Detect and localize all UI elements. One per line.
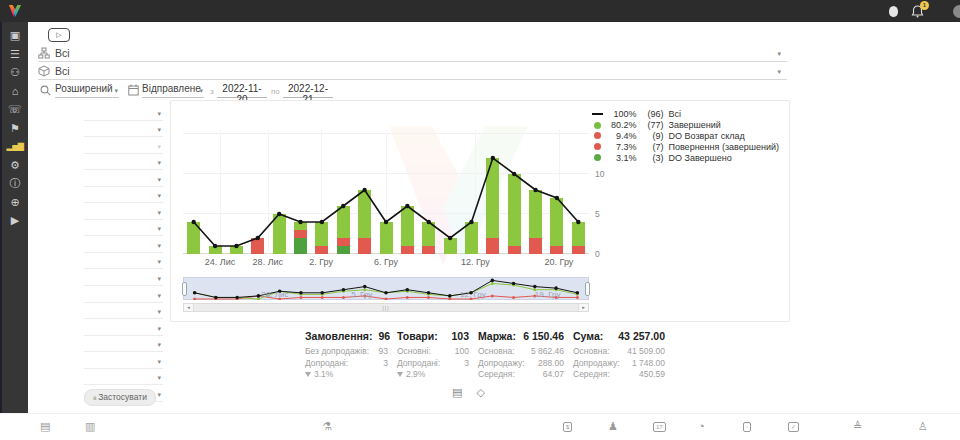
- x-axis-label: 12. Гру: [461, 257, 490, 267]
- ttn-list-icon[interactable]: ▤: [40, 420, 50, 433]
- filter-select-6[interactable]: ▾: [84, 187, 163, 204]
- filter-select-7[interactable]: ▾: [84, 203, 163, 220]
- y-axis-tick: 5: [595, 209, 600, 219]
- chevron-down-icon: ▾: [157, 110, 161, 118]
- filter-select-9[interactable]: ▾: [84, 236, 163, 253]
- filter-product-select[interactable]: Всі ▾: [38, 64, 787, 80]
- navigator-handle-left[interactable]: [182, 282, 187, 296]
- chart-navigator[interactable]: 28. Лис5. Гру12. Гру19. Гру: [183, 277, 589, 300]
- filter-select-12[interactable]: ▾: [84, 286, 163, 303]
- chevron-down-icon: ▾: [157, 192, 161, 200]
- id-list-icon[interactable]: ▥: [85, 420, 95, 433]
- walking-person-icon[interactable]: ♙: [918, 420, 928, 433]
- package-view-icon[interactable]: ◇: [476, 386, 484, 399]
- chevron-down-icon: ▾: [157, 341, 161, 349]
- legend-label: Повернення (завершений): [668, 142, 779, 152]
- profile-menu-icon[interactable]: [953, 5, 960, 18]
- chevron-down-icon: ▾: [199, 87, 203, 95]
- funnel-icon: [397, 372, 403, 377]
- filter-select-16[interactable]: ▾: [84, 352, 163, 369]
- search-mode-value: Розширений: [55, 83, 113, 94]
- info-icon[interactable]: ⓘ: [7, 177, 24, 190]
- navigator-label: 5. Гру: [351, 290, 372, 299]
- orders-list-icon[interactable]: ☰: [7, 48, 24, 61]
- filter-select-15[interactable]: ▾: [84, 336, 163, 353]
- filter-select-5[interactable]: ▾: [84, 170, 163, 187]
- navigator-handle-right[interactable]: [585, 282, 590, 296]
- filter-select-8[interactable]: ▾: [84, 220, 163, 237]
- flask-icon[interactable]: ⚗: [322, 420, 332, 433]
- settings-sliders-icon[interactable]: ⚙: [7, 159, 24, 172]
- y-axis-tick: 0: [595, 249, 600, 259]
- scroll-left-button[interactable]: ◂: [184, 304, 194, 311]
- legend-item[interactable]: 80.2%(77)Завершений: [590, 120, 779, 131]
- stat-column: Замовлення:96Без допродажів:93Допродані:…: [305, 330, 388, 381]
- legend-pct: 100%: [605, 109, 636, 119]
- scroll-right-button[interactable]: ▸: [578, 304, 588, 311]
- filter-select-4[interactable]: ▾: [84, 154, 163, 171]
- filter-select-17[interactable]: ▾: [84, 369, 163, 386]
- org-structure-icon: [38, 47, 50, 59]
- filter-select-3[interactable]: ▾: [84, 137, 163, 154]
- upsell-percent-row: 3.1%: [305, 369, 388, 381]
- calendar-check-icon[interactable]: ✓: [788, 422, 799, 432]
- gift-person-icon[interactable]: ♟: [608, 420, 618, 433]
- legend-label: DO Завершено: [668, 153, 731, 163]
- date-to-input[interactable]: 2022-12-21: [283, 83, 333, 98]
- legend-pct: 9.4%: [605, 131, 636, 141]
- x-axis-label: 2. Гру: [309, 257, 333, 267]
- app-window: 1 ▣☰⚇⌂☏⚑▂▅▇⚙ⓘ⊕▶ ▷ Всі ▾ Всі ▾ Розширений…: [0, 0, 960, 440]
- filter-select-1[interactable]: ▾: [84, 104, 163, 121]
- video-help-button[interactable]: ▷: [48, 28, 70, 42]
- legend-dot-swatch: [590, 122, 605, 129]
- chart-plot: 24. Лис28. Лис2. Гру6. Гру12. Гру20. Гру: [183, 130, 589, 254]
- filter-select-10[interactable]: ▾: [84, 253, 163, 270]
- calendar-date-icon[interactable]: 17: [653, 422, 666, 432]
- call-center-icon[interactable]: ☏: [7, 103, 24, 116]
- chart-filter-icon[interactable]: ≜: [853, 420, 862, 433]
- integrations-icon[interactable]: ⊕: [7, 196, 24, 209]
- stopwatch-icon[interactable]: ◔: [698, 420, 705, 432]
- legend-item[interactable]: 100%(96)Всі: [590, 109, 779, 120]
- apply-button[interactable]: ılıЗастосувати: [84, 389, 156, 406]
- search-mode-select[interactable]: Розширений ▾: [55, 83, 119, 98]
- video-tutorials-icon[interactable]: ▶: [7, 214, 24, 227]
- stat-column: Сума:43 257.00Основна:41 509.00Допродажу…: [573, 330, 665, 381]
- chevron-down-icon: ▾: [114, 87, 118, 95]
- mini-chart-icon: ılı: [93, 395, 96, 401]
- funnel-icon: [305, 372, 311, 377]
- navigator-series: [184, 278, 588, 300]
- legend-dot-swatch: [590, 143, 605, 150]
- money-icon[interactable]: $: [563, 422, 572, 432]
- warehouse-icon[interactable]: ⌂: [7, 85, 24, 98]
- filter-select-2[interactable]: ▾: [84, 121, 163, 138]
- stat-title: Маржа:6 150.46: [478, 330, 564, 342]
- stat-row: Середня:64.07: [478, 369, 564, 381]
- user-avatar-icon[interactable]: [889, 6, 898, 17]
- chart-scrollbar[interactable]: ◂ ▸ |||: [183, 303, 589, 312]
- filter-campaign-select[interactable]: Всі ▾: [38, 46, 787, 62]
- scrollbar-grip[interactable]: |||: [380, 305, 392, 311]
- stat-column: Товари:103Основні:100Допродані:32.9%: [397, 330, 469, 381]
- legend-item[interactable]: 9.4%(9)DO Возврат склад: [590, 131, 779, 142]
- filter-select-11[interactable]: ▾: [84, 269, 163, 286]
- stat-row: Основна:41 509.00: [573, 346, 665, 358]
- legend-item[interactable]: 3.1%(3)DO Завершено: [590, 152, 779, 163]
- campaigns-icon[interactable]: ⚑: [7, 122, 24, 135]
- calendar-drop-icon[interactable]: ◦: [743, 422, 751, 432]
- filter-select-14[interactable]: ▾: [84, 319, 163, 336]
- legend-line-swatch: [590, 113, 605, 115]
- filter-select-13[interactable]: ▾: [84, 303, 163, 320]
- legend-label: Завершений: [668, 120, 720, 130]
- stat-row: Допродані:3: [397, 358, 469, 370]
- date-type-select[interactable]: Відправлене ▾: [142, 83, 204, 98]
- legend-dot-swatch: [590, 132, 605, 139]
- users-icon[interactable]: ⚇: [7, 66, 24, 79]
- date-type-value: Відправлене: [142, 83, 201, 94]
- details-list-icon[interactable]: ▤: [452, 386, 462, 399]
- date-from-input[interactable]: 2022-11-20: [217, 83, 267, 98]
- legend-item[interactable]: 7.3%(7)Повернення (завершений): [590, 141, 779, 152]
- analytics-icon[interactable]: ▂▅▇: [7, 140, 24, 153]
- dashboard-card-icon[interactable]: ▣: [7, 29, 24, 42]
- brand-logo-icon[interactable]: [7, 3, 23, 19]
